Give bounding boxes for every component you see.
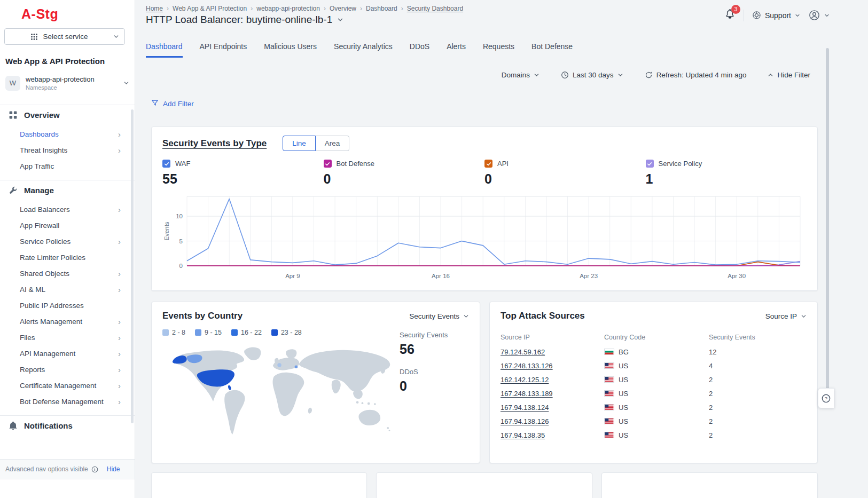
legend-label: WAF xyxy=(175,160,190,168)
breadcrumb-web-app-api-protection[interactable]: Web App & API Protection xyxy=(173,5,247,12)
breadcrumb-separator: › xyxy=(251,5,253,12)
notifications-bell-button[interactable]: 3 xyxy=(724,9,736,22)
time-range-dropdown[interactable]: Last 30 days xyxy=(561,71,623,79)
map-south-america xyxy=(224,390,245,434)
legend-checkbox[interactable] xyxy=(484,160,492,168)
sidebar-item-threat-insights[interactable]: Threat Insights › xyxy=(0,143,135,159)
series-legend: WAF 55 Bot Defense 0 API 0 Service Polic… xyxy=(162,160,807,187)
legend-service-policy: Service Policy 1 xyxy=(646,160,807,187)
breadcrumb-security-dashboard[interactable]: Security Dashboard xyxy=(407,5,463,12)
sidebar-item-app-firewall[interactable]: App Firewall › xyxy=(0,218,135,234)
main-content: Home›Web App & API Protection›webapp-api… xyxy=(135,0,868,498)
sidebar-item-reports[interactable]: Reports › xyxy=(0,362,135,378)
map-indonesia xyxy=(356,401,359,404)
sidebar-item-api-management[interactable]: API Management › xyxy=(0,346,135,362)
source-ip-link[interactable]: 167.94.138.126 xyxy=(501,417,549,425)
main-scrollbar[interactable] xyxy=(826,48,829,392)
chevron-down-icon xyxy=(617,72,623,78)
sidebar-item-app-traffic[interactable]: App Traffic › xyxy=(0,159,135,175)
namespace-selector[interactable]: W webapp-api-protection Namespace xyxy=(5,75,129,91)
hide-filter-button[interactable]: Hide Filter xyxy=(768,71,810,79)
area-mode-button[interactable]: Area xyxy=(316,136,350,151)
chevron-right-icon: › xyxy=(118,366,121,374)
map-region-western-europe xyxy=(277,363,281,367)
sidebar-item-ai-ml[interactable]: AI & ML › xyxy=(0,282,135,298)
tab-api-endpoints[interactable]: API Endpoints xyxy=(200,42,247,58)
tab-security-analytics[interactable]: Security Analytics xyxy=(334,42,393,58)
domains-dropdown[interactable]: Domains xyxy=(502,71,539,79)
service-selector[interactable]: Select service xyxy=(4,28,125,45)
country-code: US xyxy=(619,417,628,425)
source-ip-link[interactable]: 167.248.133.189 xyxy=(501,390,553,398)
sidebar-item-dashboards[interactable]: Dashboards › xyxy=(0,127,135,143)
legend-checkbox[interactable] xyxy=(162,160,170,168)
chevron-down-icon[interactable] xyxy=(337,17,343,23)
hide-advanced-nav-link[interactable]: Hide xyxy=(107,465,120,473)
col-country-code: Country Code xyxy=(604,334,709,341)
card-top-attack-sources: Top Attack Sources Source IP Source IP C… xyxy=(489,302,818,463)
chevron-right-icon: › xyxy=(118,350,121,358)
legend-checkbox[interactable] xyxy=(646,160,654,168)
stat-security-events-label: Security Events xyxy=(400,331,469,339)
source-ip-link[interactable]: 162.142.125.12 xyxy=(501,376,549,384)
brand-logo[interactable]: A-Stg xyxy=(21,6,58,22)
breadcrumb-dashboard[interactable]: Dashboard xyxy=(366,5,397,12)
sidebar-item-shared-objects[interactable]: Shared Objects › xyxy=(0,266,135,282)
sidebar-item-rate-limiter-policies[interactable]: Rate Limiter Policies › xyxy=(0,250,135,266)
sidebar-scrollbar[interactable] xyxy=(131,109,134,423)
source-ip-link[interactable]: 167.248.133.126 xyxy=(501,362,553,370)
legend-count: 1 xyxy=(646,171,807,187)
support-menu[interactable]: Support xyxy=(752,11,800,20)
attack-source-row: 162.142.125.12 US 2 xyxy=(501,373,807,386)
country-metric-dropdown[interactable]: Security Events xyxy=(409,312,469,320)
sidebar-item-load-balancers[interactable]: Load Balancers › xyxy=(0,202,135,218)
source-ip-link[interactable]: 167.94.138.124 xyxy=(501,404,549,412)
add-filter-button[interactable]: Add Filter xyxy=(151,99,194,108)
refresh-button[interactable]: Refresh: Updated 4 min ago xyxy=(645,71,747,79)
country-code: US xyxy=(619,431,628,439)
tab-bar: Dashboard API Endpoints Malicious Users … xyxy=(146,42,573,58)
legend-count: 0 xyxy=(484,171,646,187)
chevron-right-icon: › xyxy=(118,270,121,278)
question-icon: ? xyxy=(821,393,831,404)
legend-count: 0 xyxy=(324,171,485,187)
help-button[interactable]: ? xyxy=(818,388,834,408)
breadcrumb-webapp-api-protection[interactable]: webapp-api-protection xyxy=(256,5,320,12)
line-mode-button[interactable]: Line xyxy=(283,136,316,151)
tab-bot-defense[interactable]: Bot Defense xyxy=(531,42,573,58)
tab-requests[interactable]: Requests xyxy=(483,42,514,58)
source-ip-link[interactable]: 79.124.59.162 xyxy=(501,348,545,356)
attack-source-group-dropdown[interactable]: Source IP xyxy=(765,312,807,320)
source-ip-link[interactable]: 167.94.138.35 xyxy=(501,431,545,439)
account-menu[interactable] xyxy=(808,9,830,21)
events-by-country-title: Events by Country xyxy=(162,311,243,321)
sidebar-item-bot-defense-management[interactable]: Bot Defense Management › xyxy=(0,394,135,410)
country-code: US xyxy=(619,404,628,412)
sidebar-item-service-policies[interactable]: Service Policies › xyxy=(0,234,135,250)
sidebar-item-files[interactable]: Files › xyxy=(0,330,135,346)
tab-ddos[interactable]: DDoS xyxy=(410,42,429,58)
breadcrumb-home[interactable]: Home xyxy=(146,5,163,12)
sidebar-item-alerts-management[interactable]: Alerts Management › xyxy=(0,314,135,330)
attack-sources-header-row: Source IP Country Code Security Events xyxy=(501,330,807,345)
legend-checkbox[interactable] xyxy=(324,160,332,168)
tab-alerts[interactable]: Alerts xyxy=(447,42,466,58)
tab-malicious-users[interactable]: Malicious Users xyxy=(264,42,317,58)
sidebar-item-public-ip-addresses[interactable]: Public IP Addresses › xyxy=(0,298,135,314)
breadcrumb-separator: › xyxy=(167,5,169,12)
svg-text:Apr 16: Apr 16 xyxy=(432,273,450,279)
map-legend-bucket-3: 23 - 28 xyxy=(271,329,302,336)
svg-text:?: ? xyxy=(825,396,827,401)
security-events-title[interactable]: Security Events by Type xyxy=(162,138,267,149)
sidebar-section-title: Web App & API Protection xyxy=(5,57,105,66)
map-new-zealand xyxy=(387,427,389,429)
security-events-chart: 0510Apr 9Apr 16Apr 23Apr 30Events xyxy=(162,191,807,283)
col-security-events: Security Events xyxy=(709,334,807,341)
tab-dashboard[interactable]: Dashboard xyxy=(146,42,183,58)
sidebar-item-certificate-management[interactable]: Certificate Management › xyxy=(0,378,135,394)
nav-group-overview[interactable]: Overview xyxy=(0,105,135,125)
attack-source-row: 167.248.133.126 US 4 xyxy=(501,359,807,373)
breadcrumb-overview[interactable]: Overview xyxy=(330,5,356,12)
nav-group-notifications[interactable]: Notifications xyxy=(0,416,135,436)
nav-group-manage[interactable]: Manage xyxy=(0,180,135,200)
